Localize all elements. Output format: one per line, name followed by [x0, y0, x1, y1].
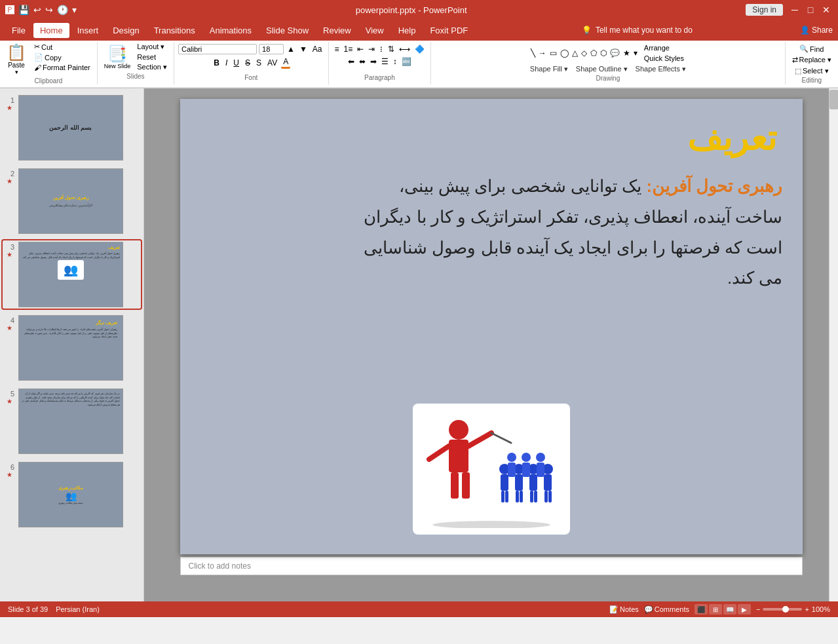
slide-thumb-2[interactable]: رهبری تحول آفرین کارآمدترین سازنده‌ای پی…	[18, 168, 123, 234]
font-color-button[interactable]: A	[281, 56, 290, 69]
align-center-button[interactable]: ⬌	[357, 56, 368, 67]
menu-help[interactable]: Help	[392, 23, 423, 38]
shape-line-btn[interactable]: ╲	[529, 48, 537, 58]
normal-view-button[interactable]: ⬛	[695, 604, 708, 615]
bullets-button[interactable]: ≡	[333, 44, 341, 54]
italic-button[interactable]: I	[223, 58, 229, 68]
scrollbar-thumb[interactable]	[829, 90, 838, 109]
slide-item-6[interactable]: 6 ★ مکاتب رهبری 👥 دسته بندی مکاتب رهبری	[3, 461, 141, 529]
slide-sorter-button[interactable]: ⊞	[709, 604, 722, 615]
format-painter-button[interactable]: 🖌 Format Painter	[31, 63, 93, 72]
slideshow-button[interactable]: ▶	[738, 604, 751, 615]
menu-view[interactable]: View	[359, 23, 390, 38]
underline-button[interactable]: U	[231, 58, 241, 68]
font-decrease-button[interactable]: ▼	[298, 45, 309, 54]
shape-arrow-btn[interactable]: →	[537, 48, 548, 58]
shape-triangle-btn[interactable]: △	[571, 48, 579, 58]
shadow-button[interactable]: S	[254, 58, 263, 68]
arrange-button[interactable]: Arrange	[641, 43, 687, 52]
align-left-button[interactable]: ⬅	[346, 56, 356, 67]
replace-button[interactable]: ⇄ Replace ▾	[790, 55, 834, 65]
menu-foxit[interactable]: Foxit PDF	[423, 23, 474, 38]
slide-thumb-1[interactable]: بسم الله الرحمن	[18, 95, 123, 161]
sign-in-button[interactable]: Sign in	[746, 4, 783, 16]
font-increase-button[interactable]: ▲	[286, 45, 296, 54]
menu-file[interactable]: File	[5, 23, 32, 38]
slide-thumb-5[interactable]: در یک سازمان، هر نفری که کارش را می‌کند …	[18, 388, 123, 454]
shape-callout-btn[interactable]: 💬	[609, 48, 621, 58]
copy-button[interactable]: 📄 Copy	[31, 52, 93, 62]
layout-button[interactable]: Layout ▾	[134, 42, 170, 52]
share-button[interactable]: 👤 Share	[800, 26, 833, 35]
menu-transitions[interactable]: Transitions	[147, 23, 202, 38]
zoom-slider[interactable]: − + 100%	[756, 605, 830, 613]
menu-review[interactable]: Review	[316, 23, 358, 38]
history-icon[interactable]: 🕐	[57, 5, 68, 15]
paste-button[interactable]: 📋 Paste ▾	[4, 42, 29, 77]
customize-icon[interactable]: ▾	[72, 5, 77, 15]
shape-diamond-btn[interactable]: ◇	[580, 48, 588, 58]
slide-thumb-4[interactable]: تعریف دیگر رهبران تحول آفرین ذهنیت‌های ا…	[18, 315, 123, 381]
reading-view-button[interactable]: 📖	[723, 604, 736, 615]
minimize-button[interactable]: ─	[788, 3, 801, 16]
menu-design[interactable]: Design	[106, 23, 145, 38]
bold-button[interactable]: B	[212, 58, 221, 68]
right-scrollbar[interactable]	[829, 88, 838, 601]
spacing-button[interactable]: AV	[265, 58, 279, 68]
align-right-button[interactable]: ➡	[368, 56, 379, 67]
smartart-button[interactable]: 🔷	[413, 44, 427, 54]
slide-item-4[interactable]: 4 ★ تعریف دیگر رهبران تحول آفرین ذهنیت‌ه…	[3, 314, 141, 382]
shape-outline-button[interactable]: Shape Outline ▾	[573, 64, 630, 74]
shape-star-btn[interactable]: ★	[622, 48, 632, 58]
new-slide-button[interactable]: 📑 New Slide	[102, 43, 134, 71]
columns-button[interactable]: ⫶	[377, 44, 385, 54]
increase-indent-button[interactable]: ⇥	[366, 44, 377, 54]
line-spacing-button[interactable]: ↕	[391, 56, 399, 67]
zoom-out-button[interactable]: −	[756, 605, 760, 613]
cut-button[interactable]: ✂ Cut	[31, 42, 93, 52]
reset-button[interactable]: Reset	[134, 52, 170, 62]
zoom-thumb[interactable]	[782, 606, 789, 613]
slide-item-3[interactable]: 3 ★ تعریف رهبری تحول آفرین: یک توانایی ش…	[3, 240, 141, 309]
shape-pentagon-btn[interactable]: ⬠	[589, 48, 598, 58]
section-button[interactable]: Section ▾	[134, 62, 170, 72]
notes-button[interactable]: 📝 Notes	[609, 605, 639, 614]
justify-button[interactable]: ☰	[379, 56, 390, 67]
zoom-in-button[interactable]: +	[805, 605, 809, 613]
menu-insert[interactable]: Insert	[71, 23, 105, 38]
slide-canvas[interactable]: تعریف رهبری تحول آفرین: یک توانایی شخصی …	[180, 99, 803, 554]
close-button[interactable]: ✕	[820, 3, 833, 16]
menu-home[interactable]: Home	[33, 23, 69, 38]
tell-me-label[interactable]: Tell me what you want to do	[596, 26, 693, 35]
text-direction-button[interactable]: ⇅	[386, 44, 396, 54]
notes-bar[interactable]: Click to add notes	[180, 557, 803, 575]
quick-styles-button[interactable]: Quick Styles	[641, 54, 687, 63]
maximize-button[interactable]: □	[804, 3, 817, 16]
slide-item-2[interactable]: 2 ★ رهبری تحول آفرین کارآمدترین سازنده‌ا…	[3, 167, 141, 235]
shape-fill-button[interactable]: Shape Fill ▾	[527, 64, 571, 74]
undo-icon[interactable]: ↩	[33, 5, 41, 15]
slide-item-1[interactable]: 1 ★ بسم الله الرحمن	[3, 94, 141, 162]
clear-format-button[interactable]: Aa	[311, 44, 324, 54]
font-size-input[interactable]	[259, 44, 284, 54]
find-button[interactable]: 🔍 Find	[797, 44, 826, 54]
shape-rect-btn[interactable]: ▭	[548, 48, 558, 58]
select-button[interactable]: ⬚ Select ▾	[792, 66, 831, 76]
comments-button[interactable]: 💬 Comments	[644, 605, 689, 614]
redo-icon[interactable]: ↪	[45, 5, 53, 15]
shape-hex-btn[interactable]: ⬡	[599, 48, 608, 58]
slide-thumb-6[interactable]: مکاتب رهبری 👥 دسته بندی مکاتب رهبری	[18, 462, 123, 527]
menu-animations[interactable]: Animations	[203, 23, 258, 38]
slide-item-5[interactable]: 5 ★ در یک سازمان، هر نفری که کارش را می‌…	[3, 387, 141, 455]
save-icon[interactable]: 💾	[18, 5, 29, 15]
font-name-input[interactable]	[178, 44, 257, 54]
zoom-track[interactable]	[763, 608, 802, 611]
shape-more-btn[interactable]: ▾	[632, 48, 639, 58]
strikethrough-button[interactable]: S	[243, 58, 252, 68]
shape-circle-btn[interactable]: ◯	[559, 48, 570, 58]
numbers-button[interactable]: 1≡	[342, 44, 355, 54]
menu-slideshow[interactable]: Slide Show	[259, 23, 315, 38]
convert-button[interactable]: ⟷	[397, 44, 412, 54]
decrease-indent-button[interactable]: ⇤	[355, 44, 366, 54]
shape-effects-button[interactable]: Shape Effects ▾	[633, 64, 689, 74]
